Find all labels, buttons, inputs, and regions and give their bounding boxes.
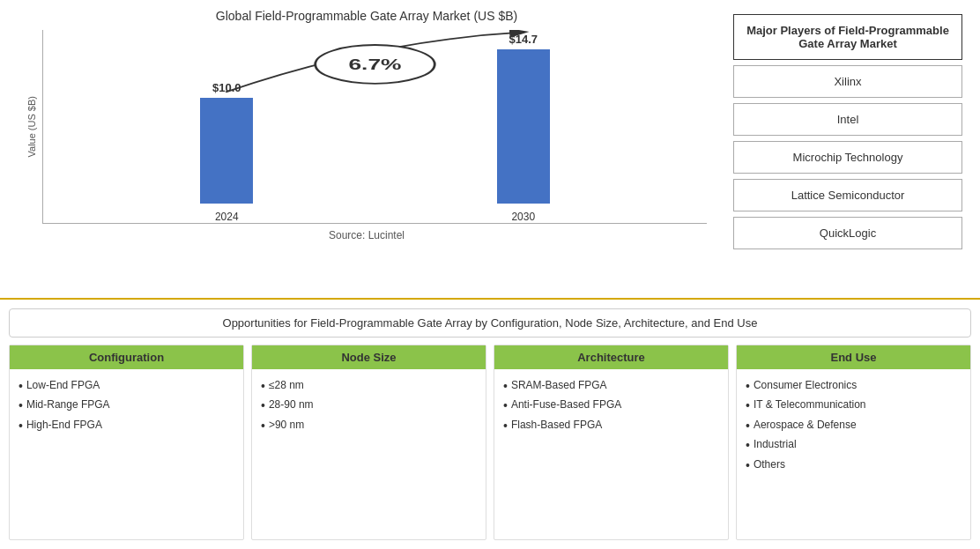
bar-label-2024: 2024	[215, 211, 239, 223]
sidebar-title: Major Players of Field-Programmable Gate…	[733, 14, 962, 60]
bars-area: $10.0 2024 $14.7 2030	[42, 30, 707, 224]
bar-2030	[497, 49, 550, 204]
category-header-configuration: Configuration	[10, 345, 243, 369]
bar-value-2024: $10.0	[212, 81, 241, 94]
category-header-node-size: Node Size	[252, 345, 486, 369]
category-col-node-size: Node Size • ≤28 nm • 28-90 nm • >90 nm	[251, 345, 486, 540]
chart-inner: $10.0 2024 $14.7 2030	[42, 30, 707, 224]
player-item-xilinx: Xilinx	[733, 65, 962, 98]
list-item: • Aerospace & Defense	[746, 416, 961, 435]
list-item: • High-End FPGA	[19, 416, 234, 435]
cagr-svg: 6.7%	[43, 30, 707, 223]
bar-value-2030: $14.7	[509, 33, 538, 46]
list-item: • Others	[746, 456, 961, 475]
list-item: • Flash-Based FPGA	[503, 416, 719, 435]
list-item: • IT & Telecommunication	[746, 396, 961, 415]
category-header-architecture: Architecture	[494, 345, 728, 369]
category-body-architecture: • SRAM-Based FPGA • Anti-Fuse-Based FPGA…	[494, 369, 728, 539]
bar-group-2030: $14.7 2030	[497, 33, 550, 223]
list-item: • SRAM-Based FPGA	[503, 376, 719, 396]
svg-point-0	[316, 45, 435, 84]
chart-area: Global Field-Programmable Gate Array Mar…	[9, 9, 724, 289]
player-item-quicklogic: QuickLogic	[733, 217, 962, 249]
category-body-end-use: • Consumer Electronics • IT & Telecommun…	[737, 369, 970, 539]
category-col-end-use: End Use • Consumer Electronics • IT & Te…	[736, 345, 971, 540]
list-item: • Mid-Range FPGA	[19, 396, 234, 415]
bottom-section: Opportunities for Field-Programmable Gat…	[0, 300, 980, 549]
bar-2024	[200, 98, 253, 204]
main-container: Global Field-Programmable Gate Array Mar…	[0, 0, 980, 549]
category-col-configuration: Configuration • Low-End FPGA • Mid-Range…	[9, 345, 244, 540]
list-item: • ≤28 nm	[261, 376, 477, 396]
list-item: • 28-90 nm	[261, 396, 477, 415]
list-item: • Consumer Electronics	[746, 376, 961, 396]
chart-wrapper: Value (US $B) $10.0 2024 $14.7	[26, 30, 707, 224]
player-item-lattice: Lattice Semiconductor	[733, 179, 962, 211]
bar-group-2024: $10.0 2024	[200, 81, 253, 223]
opportunities-title: Opportunities for Field-Programmable Gat…	[9, 308, 971, 338]
top-section: Global Field-Programmable Gate Array Mar…	[0, 0, 980, 300]
list-item: • >90 nm	[261, 416, 477, 435]
player-item-intel: Intel	[733, 103, 962, 136]
category-header-end-use: End Use	[737, 345, 970, 369]
list-item: • Low-End FPGA	[19, 376, 234, 396]
bar-label-2030: 2030	[511, 211, 535, 223]
sidebar: Major Players of Field-Programmable Gate…	[724, 9, 971, 289]
category-body-configuration: • Low-End FPGA • Mid-Range FPGA • High-E…	[10, 369, 243, 539]
svg-text:6.7%: 6.7%	[348, 56, 401, 73]
categories-row: Configuration • Low-End FPGA • Mid-Range…	[9, 345, 971, 540]
source-text: Source: Lucintel	[329, 229, 405, 241]
list-item: • Anti-Fuse-Based FPGA	[503, 396, 719, 415]
y-axis-label: Value (US $B)	[26, 96, 37, 158]
player-item-microchip: Microchip Technology	[733, 141, 962, 174]
category-body-node-size: • ≤28 nm • 28-90 nm • >90 nm	[252, 369, 486, 539]
category-col-architecture: Architecture • SRAM-Based FPGA • Anti-Fu…	[494, 345, 729, 540]
list-item: • Industrial	[746, 435, 961, 455]
chart-title: Global Field-Programmable Gate Array Mar…	[216, 9, 517, 23]
